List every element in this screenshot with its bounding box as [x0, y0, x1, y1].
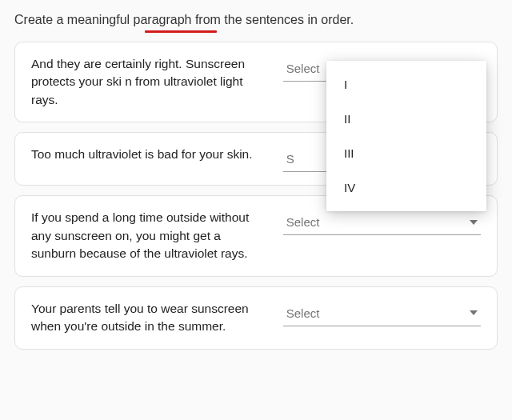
select-placeholder: Select [286, 306, 320, 320]
sentence-text: If you spend a long time outside without… [31, 209, 283, 262]
order-dropdown-menu: I II III IV [326, 61, 486, 211]
order-select-wrap: Select [283, 302, 481, 326]
chevron-down-icon [470, 310, 478, 315]
order-select[interactable]: Select [283, 302, 481, 326]
chevron-down-icon [470, 220, 478, 225]
highlight-underline [145, 30, 217, 33]
sentence-text: And they are certainly right. Sunscreen … [31, 55, 283, 109]
prompt-text: Create a meaningful paragraph from the s… [14, 13, 354, 26]
order-select-wrap: Select [283, 210, 481, 235]
order-select[interactable]: Select [283, 210, 481, 235]
select-placeholder: S [286, 152, 294, 166]
dropdown-option-4[interactable]: IV [326, 170, 486, 205]
dropdown-option-1[interactable]: I [326, 67, 486, 102]
dropdown-option-3[interactable]: III [326, 136, 486, 170]
exercise-prompt: Create a meaningful paragraph from the s… [14, 13, 498, 27]
sentence-card: Your parents tell you to wear sunscreen … [14, 286, 498, 350]
sentence-text: Too much ultraviolet is bad for your ski… [31, 146, 283, 163]
dropdown-option-2[interactable]: II [326, 102, 486, 136]
sentence-text: Your parents tell you to wear sunscreen … [31, 300, 283, 336]
select-placeholder: Select [286, 215, 320, 229]
select-placeholder: Select [286, 62, 320, 75]
